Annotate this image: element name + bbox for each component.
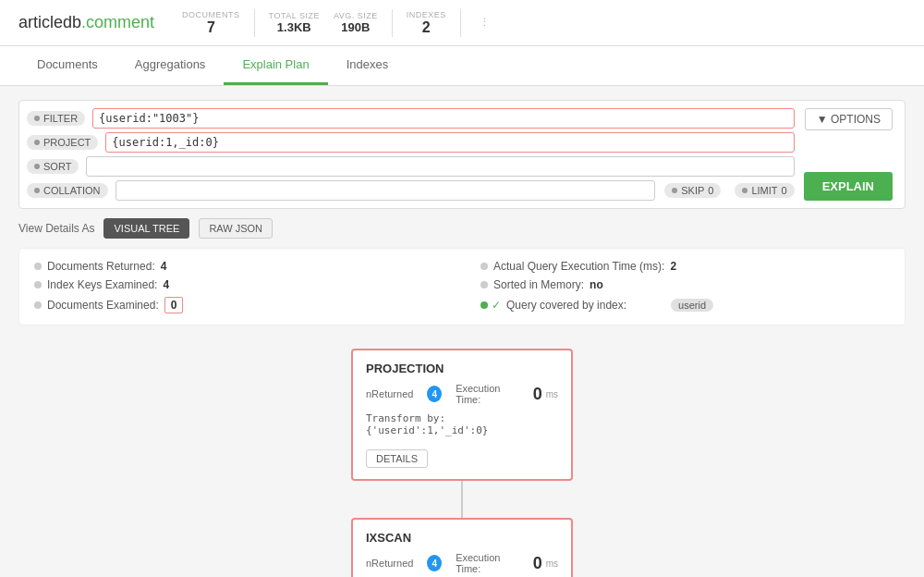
- indicator-sorted-memory: [480, 281, 488, 288]
- stat-total-size: TOTAL SIZE 1.3KB: [269, 11, 320, 34]
- projection-title: PROJECTION: [366, 362, 558, 375]
- tab-explain-plan[interactable]: Explain Plan: [224, 46, 327, 85]
- main-content: FILTER PROJECT SORT: [0, 86, 924, 577]
- limit-badge: LIMIT 0: [735, 183, 794, 198]
- ixscan-nreturned-value: 4: [427, 555, 442, 571]
- ixscan-exectime: 0 ms: [533, 554, 558, 573]
- header-stats: DOCUMENTS 7 TOTAL SIZE 1.3KB AVG. SIZE 1…: [182, 9, 494, 37]
- skip-badge: SKIP 0: [664, 183, 721, 198]
- project-input[interactable]: [105, 132, 794, 153]
- projection-transform: Transform by: {'userid':1,'_id':0}: [366, 412, 558, 436]
- explain-button[interactable]: EXPLAIN: [804, 172, 893, 201]
- stat-sorted-memory: Sorted in Memory: no: [480, 278, 890, 291]
- query-area: FILTER PROJECT SORT: [18, 100, 906, 209]
- filter-input[interactable]: [92, 108, 795, 129]
- ixscan-title: IXSCAN: [366, 531, 558, 545]
- indicator-query-covered: [480, 301, 488, 309]
- visual-tree-btn[interactable]: VISUAL TREE: [103, 218, 189, 239]
- projection-card: PROJECTION nReturned 4 Execution Time: 0…: [351, 349, 573, 481]
- ixscan-node: IXSCAN nReturned 4 Execution Time: 0 ms …: [37, 518, 887, 577]
- divider-2: [392, 9, 393, 37]
- indicator-docs-returned: [34, 263, 42, 270]
- collation-input[interactable]: [116, 180, 656, 201]
- header: articledb.comment DOCUMENTS 7 TOTAL SIZE…: [0, 0, 924, 46]
- logo[interactable]: articledb.comment: [18, 13, 154, 32]
- divider-3: [460, 9, 461, 37]
- ixscan-card: IXSCAN nReturned 4 Execution Time: 0 ms …: [351, 518, 573, 577]
- tree-line-1: [461, 481, 463, 518]
- view-details-bar: View Details As VISUAL TREE RAW JSON: [18, 218, 906, 239]
- stat-avg-size: AVG. SIZE 190B: [334, 11, 378, 34]
- sort-badge: SORT: [27, 159, 79, 174]
- projection-nreturned-label: nReturned: [366, 388, 413, 399]
- ixscan-stats: nReturned 4 Execution Time: 0 ms: [366, 552, 558, 574]
- tab-documents[interactable]: Documents: [18, 46, 116, 85]
- divider-1: [254, 9, 255, 37]
- stat-query-time: Actual Query Execution Time (ms): 2: [480, 260, 890, 273]
- tab-aggregations[interactable]: Aggregations: [116, 46, 225, 85]
- collation-badge: COLLATION: [27, 183, 108, 198]
- filter-row: FILTER: [27, 108, 795, 129]
- ixscan-exectime-label: Execution Time:: [456, 552, 519, 574]
- indicator-query-time: [480, 263, 488, 270]
- stat-documents: DOCUMENTS 7: [182, 10, 240, 36]
- stat-index-keys: Index Keys Examined: 4: [34, 278, 444, 291]
- options-button[interactable]: ▼ OPTIONS: [805, 108, 893, 130]
- sort-row: SORT: [27, 156, 795, 177]
- collation-row: COLLATION SKIP 0 LIMIT 0: [27, 180, 795, 201]
- stat-query-covered: ✓ Query covered by index: userid: [480, 297, 890, 313]
- projection-exectime-label: Execution Time:: [456, 383, 519, 405]
- stats-grid: Documents Returned: 4 Actual Query Execu…: [34, 260, 890, 313]
- logo-db: articledb: [18, 13, 81, 31]
- stats-section: Documents Returned: 4 Actual Query Execu…: [18, 248, 906, 325]
- stat-docs-returned: Documents Returned: 4: [34, 260, 444, 273]
- project-badge: PROJECT: [27, 135, 98, 150]
- indicator-index-keys: [34, 281, 42, 288]
- nav-tabs: Documents Aggregations Explain Plan Inde…: [0, 46, 924, 86]
- stat-indexes: INDEXES 2: [407, 10, 446, 36]
- sort-input[interactable]: [86, 156, 794, 177]
- projection-node: PROJECTION nReturned 4 Execution Time: 0…: [37, 349, 887, 518]
- projection-exectime: 0 ms: [533, 385, 558, 404]
- projection-details-button[interactable]: DETAILS: [366, 449, 428, 468]
- userid-badge: userid: [671, 299, 713, 312]
- indicator-docs-examined: [34, 301, 42, 309]
- raw-json-btn[interactable]: RAW JSON: [199, 218, 273, 239]
- logo-collection: .comment: [81, 13, 154, 31]
- projection-stats: nReturned 4 Execution Time: 0 ms: [366, 383, 558, 405]
- more-options[interactable]: ⋮: [475, 17, 494, 29]
- ixscan-nreturned-label: nReturned: [366, 558, 413, 569]
- projection-nreturned-value: 4: [427, 386, 442, 402]
- stat-docs-examined: Documents Examined: 0: [34, 297, 444, 313]
- filter-badge: FILTER: [27, 111, 85, 126]
- tree-container: PROJECTION nReturned 4 Execution Time: 0…: [18, 339, 906, 577]
- project-row: PROJECT: [27, 132, 795, 153]
- tab-indexes[interactable]: Indexes: [328, 46, 407, 85]
